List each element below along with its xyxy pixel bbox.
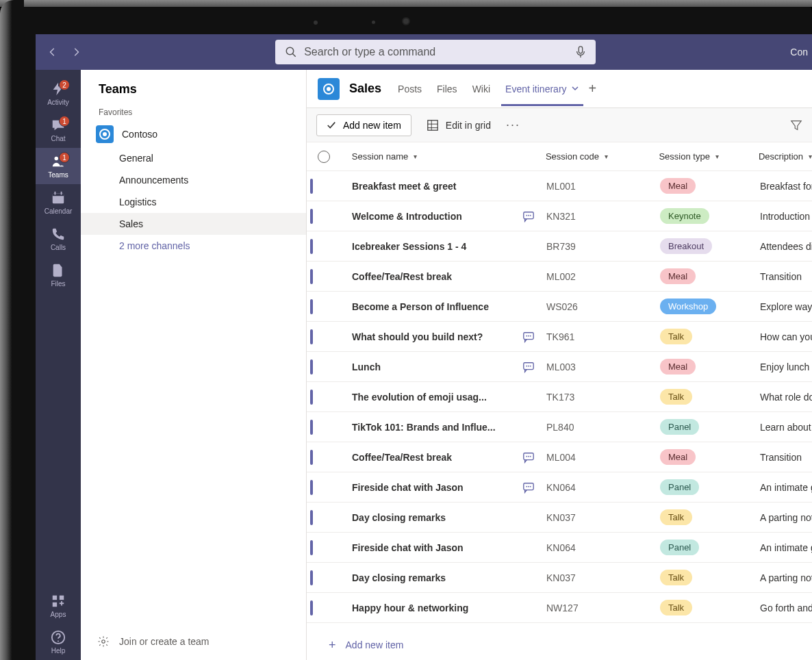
add-new-label: Add new item (343, 120, 401, 131)
cell-session-code: KN064 (546, 542, 660, 553)
rail-label: Activity (47, 99, 69, 106)
rail-item-teams[interactable]: Teams1 (36, 148, 81, 184)
svg-point-26 (530, 335, 531, 336)
edit-grid-label: Edit in grid (446, 120, 491, 131)
sidebar-title: Teams (81, 70, 306, 103)
tab-wiki[interactable]: Wiki (472, 72, 490, 106)
comments-icon[interactable] (522, 451, 535, 464)
drag-handle-icon[interactable] (310, 209, 313, 224)
comments-icon[interactable] (522, 210, 535, 223)
svg-rect-2 (579, 47, 582, 53)
add-tab-button[interactable]: + (589, 81, 597, 97)
comments-icon[interactable] (522, 481, 535, 494)
column-session-type[interactable]: Session type▾ (659, 151, 759, 162)
drag-handle-icon[interactable] (310, 390, 313, 405)
table-row[interactable]: Welcome & Introduction KN321 Keynote Int… (307, 201, 812, 231)
rail-item-calendar[interactable]: Calendar (36, 184, 81, 220)
cell-description: A parting note from (760, 572, 812, 583)
sidebar-section-label: Favorites (81, 103, 306, 121)
drag-handle-icon[interactable] (310, 600, 313, 615)
svg-point-36 (526, 485, 527, 487)
drag-handle-icon[interactable] (310, 269, 313, 284)
more-actions-button[interactable]: ··· (506, 118, 520, 132)
channel-general[interactable]: General (81, 147, 306, 169)
drag-handle-icon[interactable] (310, 299, 313, 314)
tab-files[interactable]: Files (437, 72, 457, 106)
tab-event-itinerary[interactable]: Event itinerary (505, 72, 579, 106)
cell-session-code: ML003 (546, 361, 660, 372)
cell-session-name: Coffee/Tea/Rest break (341, 271, 511, 282)
table-row[interactable]: Fireside chat with Jason KN064 Panel An … (307, 533, 812, 563)
drag-handle-icon[interactable] (310, 510, 313, 525)
edit-in-grid-button[interactable]: Edit in grid (427, 119, 491, 131)
table-row[interactable]: Lunch ML003 Meal Enjoy lunch catered (307, 352, 812, 382)
comments-icon[interactable] (522, 331, 535, 343)
select-all-checkbox[interactable] (318, 151, 330, 163)
search-input[interactable]: Search or type a command (275, 40, 596, 64)
forward-icon[interactable] (71, 47, 81, 57)
microphone-icon[interactable] (575, 46, 586, 58)
filter-icon[interactable] (790, 119, 802, 131)
rail-item-files[interactable]: Files (36, 257, 81, 293)
drag-handle-icon[interactable] (310, 450, 313, 465)
add-new-item-button[interactable]: Add new item (316, 114, 411, 136)
tab-posts[interactable]: Posts (398, 72, 422, 106)
team-header[interactable]: Contoso (81, 121, 306, 147)
table-row[interactable]: Breakfast meet & greet ML001 Meal Breakf… (307, 171, 812, 201)
drag-handle-icon[interactable] (310, 570, 313, 585)
rail-item-chat[interactable]: Chat1 (36, 112, 81, 148)
cell-description: Enjoy lunch catered (760, 361, 812, 372)
channel-sales[interactable]: Sales (81, 213, 306, 235)
drag-handle-icon[interactable] (310, 239, 313, 254)
team-name: Contoso (122, 129, 157, 140)
more-channels-link[interactable]: 2 more channels (81, 235, 306, 257)
apps-icon (51, 594, 66, 609)
cell-session-code: KN321 (546, 211, 660, 222)
cell-description: An intimate gatherin (760, 542, 812, 553)
comments-icon[interactable] (522, 361, 535, 373)
drag-handle-icon[interactable] (310, 179, 313, 194)
table-row[interactable]: TikTok 101: Brands and Influe... PL840 P… (307, 412, 812, 442)
cell-session-type: Breakout (660, 238, 760, 254)
back-icon[interactable] (48, 47, 58, 57)
cell-description: Transition (760, 452, 812, 463)
drag-handle-icon[interactable] (310, 540, 313, 555)
channel-announcements[interactable]: Announcements (81, 169, 306, 191)
svg-point-3 (55, 156, 59, 160)
calls-icon (51, 227, 66, 242)
channel-logistics[interactable]: Logistics (81, 191, 306, 213)
table-row[interactable]: Day closing remarks KN037 Talk A parting… (307, 563, 812, 593)
cell-session-type: Meal (660, 268, 760, 284)
table-row[interactable]: Coffee/Tea/Rest break ML002 Meal Transit… (307, 262, 812, 292)
drag-handle-icon[interactable] (310, 420, 313, 435)
cell-session-name: The evolution of emoji usag... (341, 392, 511, 403)
svg-point-37 (528, 485, 529, 487)
rail-item-apps[interactable]: Apps (36, 587, 81, 624)
rail-item-calls[interactable]: Calls (36, 220, 81, 257)
table-row[interactable]: Become a Person of Influence WS026 Works… (307, 292, 812, 322)
join-create-team[interactable]: Join or create a team (81, 623, 306, 660)
column-session-code[interactable]: Session code▾ (546, 151, 659, 162)
table-row[interactable]: What should you build next? TK961 Talk H… (307, 322, 812, 352)
column-session-name[interactable]: Session name▾ (341, 151, 546, 162)
cell-description: Explore ways to influ (760, 301, 812, 312)
cell-session-name: Day closing remarks (341, 512, 511, 523)
table-row[interactable]: The evolution of emoji usag... TK173 Tal… (307, 382, 812, 412)
table-row[interactable]: Day closing remarks KN037 Talk A parting… (307, 503, 812, 533)
table-row[interactable]: Icebreaker Sessions 1 - 4 BR739 Breakout… (307, 231, 812, 262)
badge: 1 (59, 116, 70, 127)
drag-handle-icon[interactable] (310, 480, 313, 495)
rail-item-help[interactable]: Help (36, 624, 81, 660)
rail-item-activity[interactable]: Activity2 (36, 75, 81, 112)
add-new-row-button[interactable]: + Add new item (307, 630, 812, 660)
cell-session-code: ML004 (546, 452, 660, 463)
table-row[interactable]: Coffee/Tea/Rest break ML004 Meal Transit… (307, 442, 812, 472)
help-icon (51, 630, 66, 645)
drag-handle-icon[interactable] (310, 359, 313, 375)
table-row[interactable]: Happy hour & networking NW127 Talk Go fo… (307, 593, 812, 623)
svg-point-14 (102, 640, 105, 644)
column-description[interactable]: Description▾ (759, 151, 812, 162)
table-row[interactable]: Fireside chat with Jason KN064 Panel An … (307, 472, 812, 503)
svg-point-13 (58, 640, 59, 642)
drag-handle-icon[interactable] (310, 329, 313, 344)
